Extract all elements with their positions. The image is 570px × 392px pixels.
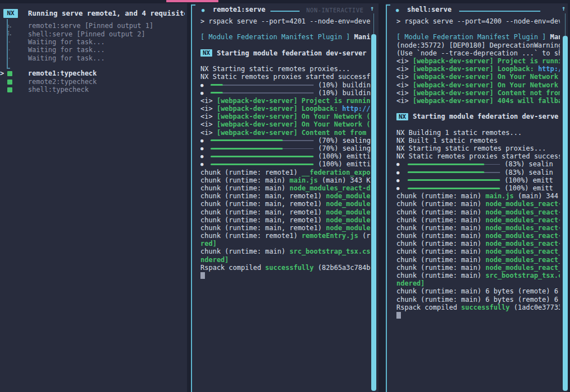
terminal-line: NX Building 1 static remotes... bbox=[396, 129, 560, 137]
terminal-text-segment: (Use `node --trace-deprecation ...` to s… bbox=[396, 49, 560, 57]
waiting-dot-icon: · bbox=[7, 38, 14, 46]
terminal-line: NX Built 1 static remotes bbox=[396, 137, 560, 144]
terminal-text-segment: <i> bbox=[396, 73, 413, 81]
progress-bullet-icon: ● bbox=[200, 81, 207, 89]
terminal-line: chunk (runtime: main) node_modules_react… bbox=[396, 248, 560, 255]
terminal-text-segment: ndered] bbox=[200, 256, 229, 264]
progress-bullet-icon: ● bbox=[200, 137, 207, 144]
focused-pane-indicator bbox=[166, 0, 218, 2]
scrollbar-thumb[interactable] bbox=[371, 34, 376, 391]
terminal-text-segment: successfully bbox=[265, 264, 314, 272]
terminal-text-segment: (main) 344 bbox=[514, 192, 558, 200]
terminal-text-segment: Starting module federation dev-server bbox=[217, 49, 366, 57]
terminal-line: (node:35772) [DEP0180] DeprecationWarnin… bbox=[396, 41, 560, 49]
scroll-up-arrow-icon[interactable]: ↑ bbox=[562, 4, 566, 12]
terminal-text-segment: <i> bbox=[396, 57, 413, 65]
scroll-up-arrow-icon[interactable]: ↑ bbox=[370, 4, 374, 12]
task-item[interactable]: ·Waiting for task... bbox=[0, 38, 187, 46]
terminal-line: Rspack compiled successfully (1adc0e3773… bbox=[396, 304, 560, 311]
pane-header-rule bbox=[270, 11, 300, 12]
progress-bullet-icon: ● bbox=[200, 89, 207, 97]
terminal-line: <i> [webpack-dev-server] On Your Network… bbox=[200, 120, 371, 128]
scrollbar-track[interactable] bbox=[565, 13, 566, 36]
progress-bar bbox=[211, 164, 314, 165]
terminal-text-segment: node_modules_react- bbox=[485, 224, 560, 232]
terminal-line: <i> [webpack-dev-server] Project is runn… bbox=[396, 57, 560, 65]
terminal-text-segment: Mani bbox=[354, 33, 371, 41]
nx-badge: NX bbox=[3, 9, 18, 18]
progress-bar bbox=[408, 164, 500, 165]
output-pane-shell-serve[interactable]: ● shell:serve > rspack serve --port=4200… bbox=[386, 3, 568, 392]
terminal-text-segment: (82b65a3c784b bbox=[314, 264, 370, 272]
terminal-text-segment: <i> bbox=[200, 129, 217, 137]
terminal-line: <i> [webpack-dev-server] On Your Network bbox=[396, 81, 560, 89]
progress-bar bbox=[211, 139, 314, 141]
task-item[interactable]: ⠦remote1:serve [Pinned output 1] bbox=[0, 22, 187, 30]
task-list: ⠦remote1:serve [Pinned output 1]⠧shell:s… bbox=[0, 22, 187, 94]
terminal-text-segment bbox=[546, 33, 550, 41]
terminal-line: chunk (runtime: main) main.js (main) 344 bbox=[396, 192, 560, 200]
terminal-text-segment: > rspack serve --port=4201 --node-env=de… bbox=[200, 17, 370, 25]
terminal-output[interactable]: > rspack serve --port=4201 --node-env=de… bbox=[200, 17, 371, 392]
terminal-text-segment: chunk (runtime: main) bbox=[396, 240, 485, 248]
terminal-text-segment: chunk (runtime: main, remote1) bbox=[200, 216, 326, 224]
terminal-text-segment: chunk (runtime: main, remote1) bbox=[200, 208, 326, 216]
scrollbar-thumb[interactable] bbox=[563, 36, 568, 391]
output-pane-remote1-serve[interactable]: ● remote1:serve NON-INTERACTIVE > rspack… bbox=[191, 3, 379, 392]
terminal-text-segment: node_module bbox=[326, 200, 370, 208]
terminal-line bbox=[200, 41, 371, 49]
terminal-output[interactable]: > rspack serve --port=4200 --node-env=de… bbox=[396, 17, 560, 392]
terminal-text-segment: main.js bbox=[289, 176, 318, 184]
progress-label: (100%) emitt bbox=[504, 184, 553, 192]
progress-bullet-icon: ● bbox=[396, 169, 404, 176]
terminal-text-segment: > rspack serve --port=4200 --node-env=de… bbox=[396, 17, 560, 25]
progress-bar bbox=[211, 156, 314, 157]
terminal-line: ●(100%) emitt bbox=[396, 184, 560, 192]
progress-label: (10%) buildin bbox=[318, 89, 371, 97]
terminal-line: NXStarting module federation dev-server bbox=[200, 49, 371, 57]
progress-bar bbox=[211, 148, 314, 150]
terminal-text-segment: Starting module federation dev-serve bbox=[413, 113, 558, 120]
progress-bullet-icon: ● bbox=[396, 176, 404, 184]
terminal-text-segment: (main) 343 K bbox=[318, 176, 371, 184]
terminal-text-segment: chunk (runtime: main) bbox=[396, 200, 485, 208]
task-group-gap bbox=[0, 62, 187, 69]
task-item[interactable]: ·Waiting for task... bbox=[0, 46, 187, 54]
progress-bullet-icon: ● bbox=[396, 160, 404, 168]
progress-label: (100%) emitti bbox=[318, 160, 371, 168]
terminal-line bbox=[200, 57, 371, 65]
pane-status-dot-icon: ● bbox=[202, 7, 204, 13]
task-item[interactable]: shell:typecheck bbox=[0, 86, 187, 94]
terminal-text-segment: __federation_expo bbox=[302, 169, 371, 176]
terminal-text-segment: red] bbox=[200, 240, 217, 248]
task-item[interactable]: >remote1:typecheck bbox=[0, 69, 187, 77]
terminal-line: chunk (runtime: remote1) __federation_ex… bbox=[200, 169, 371, 176]
waiting-dot-icon: · bbox=[7, 46, 14, 54]
terminal-text-segment: NX Building 1 static remotes... bbox=[396, 129, 522, 137]
terminal-text-segment: node_modules_react- bbox=[485, 216, 560, 224]
terminal-text-segment: chunk (runtime: main) bbox=[200, 248, 289, 255]
terminal-text-segment: [webpack-dev-server] Loopback: bbox=[217, 105, 342, 113]
terminal-line bbox=[396, 25, 560, 33]
terminal-text-segment: [ Module Federation Manifest Plugin ] bbox=[200, 33, 350, 41]
terminal-text-segment: node_modules_react- bbox=[485, 200, 560, 208]
terminal-text-segment: chunk (runtime: main) bbox=[396, 232, 485, 240]
terminal-line: <i> [webpack-dev-server] Project is runn… bbox=[200, 97, 371, 105]
terminal-text-segment: chunk (runtime: remote1) bbox=[200, 169, 302, 176]
terminal-text-segment: NX Built 1 static remotes bbox=[396, 137, 498, 144]
terminal-line bbox=[396, 120, 560, 128]
terminal-text-segment: (1adc0e37733 bbox=[510, 304, 560, 311]
task-item-label: remote1:serve [Pinned output 1] bbox=[28, 22, 153, 30]
scrollbar-track[interactable] bbox=[373, 13, 374, 34]
pane-left-border bbox=[191, 4, 192, 392]
task-item[interactable]: remote2:typecheck bbox=[0, 77, 187, 85]
terminal-text-segment: successfully bbox=[461, 304, 510, 311]
nx-badge: NX bbox=[396, 113, 408, 120]
pane-header-rule bbox=[459, 11, 540, 12]
terminal-line: chunk (runtime: main) src_bootstrap_tsx.… bbox=[200, 248, 371, 255]
terminal-text-segment: chunk (runtime: main) bbox=[396, 216, 485, 224]
terminal-line bbox=[200, 25, 371, 33]
success-square-icon bbox=[7, 78, 14, 86]
task-item[interactable]: ⠧shell:serve [Pinned output 2] bbox=[0, 30, 187, 38]
task-item[interactable]: ·Waiting for task... bbox=[0, 54, 187, 62]
